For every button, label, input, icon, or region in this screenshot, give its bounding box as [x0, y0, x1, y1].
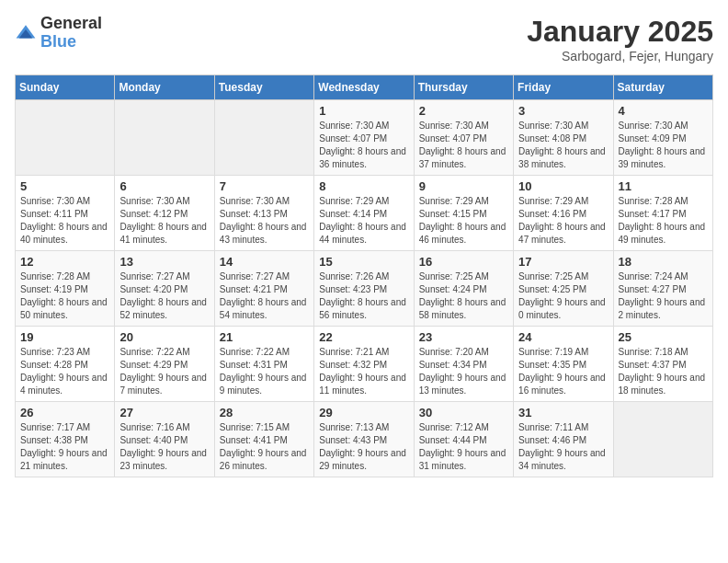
day-number: 11	[619, 179, 708, 193]
table-row: 22Sunrise: 7:21 AM Sunset: 4:32 PM Dayli…	[314, 327, 414, 402]
day-detail: Sunrise: 7:12 AM Sunset: 4:44 PM Dayligh…	[419, 421, 508, 473]
day-number: 12	[20, 255, 109, 269]
logo-blue-text: Blue	[40, 33, 102, 52]
day-detail: Sunrise: 7:15 AM Sunset: 4:41 PM Dayligh…	[220, 421, 309, 473]
logo: General Blue	[15, 15, 102, 52]
table-row: 13Sunrise: 7:27 AM Sunset: 4:20 PM Dayli…	[115, 251, 214, 327]
table-row: 7Sunrise: 7:30 AM Sunset: 4:13 PM Daylig…	[214, 176, 313, 251]
day-number: 19	[20, 330, 109, 344]
day-detail: Sunrise: 7:24 AM Sunset: 4:27 PM Dayligh…	[619, 270, 708, 322]
table-row: 2Sunrise: 7:30 AM Sunset: 4:07 PM Daylig…	[414, 100, 513, 176]
day-detail: Sunrise: 7:30 AM Sunset: 4:07 PM Dayligh…	[319, 120, 408, 171]
table-row: 24Sunrise: 7:19 AM Sunset: 4:35 PM Dayli…	[514, 327, 613, 402]
calendar-week-row: 19Sunrise: 7:23 AM Sunset: 4:28 PM Dayli…	[16, 327, 713, 402]
day-number: 8	[319, 179, 408, 193]
day-detail: Sunrise: 7:22 AM Sunset: 4:29 PM Dayligh…	[119, 346, 209, 397]
table-row: 21Sunrise: 7:22 AM Sunset: 4:31 PM Dayli…	[214, 327, 313, 402]
day-number: 29	[319, 406, 408, 419]
table-row: 31Sunrise: 7:11 AM Sunset: 4:46 PM Dayli…	[514, 402, 613, 477]
day-number: 1	[319, 104, 408, 118]
col-wednesday: Wednesday	[314, 75, 414, 100]
col-monday: Monday	[115, 75, 214, 100]
day-detail: Sunrise: 7:25 AM Sunset: 4:25 PM Dayligh…	[518, 270, 608, 322]
logo-icon	[15, 22, 37, 44]
table-row: 4Sunrise: 7:30 AM Sunset: 4:09 PM Daylig…	[613, 100, 712, 176]
day-number: 6	[119, 179, 209, 193]
table-row: 19Sunrise: 7:23 AM Sunset: 4:28 PM Dayli…	[16, 327, 115, 402]
day-detail: Sunrise: 7:29 AM Sunset: 4:14 PM Dayligh…	[319, 195, 408, 247]
day-detail: Sunrise: 7:28 AM Sunset: 4:17 PM Dayligh…	[619, 195, 708, 247]
day-detail: Sunrise: 7:30 AM Sunset: 4:11 PM Dayligh…	[20, 195, 109, 247]
calendar-week-row: 1Sunrise: 7:30 AM Sunset: 4:07 PM Daylig…	[16, 100, 713, 176]
col-sunday: Sunday	[16, 75, 115, 100]
table-row: 20Sunrise: 7:22 AM Sunset: 4:29 PM Dayli…	[115, 327, 214, 402]
day-number: 21	[220, 330, 309, 344]
logo-general-text: General	[40, 15, 102, 33]
table-row	[16, 100, 115, 176]
day-number: 20	[119, 330, 209, 344]
table-row: 5Sunrise: 7:30 AM Sunset: 4:11 PM Daylig…	[16, 176, 115, 251]
table-row: 3Sunrise: 7:30 AM Sunset: 4:08 PM Daylig…	[514, 100, 613, 176]
col-thursday: Thursday	[414, 75, 513, 100]
day-detail: Sunrise: 7:16 AM Sunset: 4:40 PM Dayligh…	[119, 421, 209, 473]
calendar-table: Sunday Monday Tuesday Wednesday Thursday…	[15, 75, 713, 477]
table-row: 30Sunrise: 7:12 AM Sunset: 4:44 PM Dayli…	[414, 402, 513, 477]
day-number: 7	[220, 179, 309, 193]
day-number: 30	[419, 406, 508, 419]
table-row: 6Sunrise: 7:30 AM Sunset: 4:12 PM Daylig…	[115, 176, 214, 251]
day-detail: Sunrise: 7:27 AM Sunset: 4:20 PM Dayligh…	[119, 270, 209, 322]
day-detail: Sunrise: 7:17 AM Sunset: 4:38 PM Dayligh…	[20, 421, 109, 473]
day-detail: Sunrise: 7:21 AM Sunset: 4:32 PM Dayligh…	[319, 346, 408, 397]
day-number: 10	[518, 179, 608, 193]
day-detail: Sunrise: 7:30 AM Sunset: 4:13 PM Dayligh…	[220, 195, 309, 247]
day-number: 22	[319, 330, 408, 344]
day-number: 26	[20, 406, 109, 419]
day-detail: Sunrise: 7:27 AM Sunset: 4:21 PM Dayligh…	[220, 270, 309, 322]
day-detail: Sunrise: 7:29 AM Sunset: 4:15 PM Dayligh…	[419, 195, 508, 247]
day-number: 17	[518, 255, 608, 269]
day-detail: Sunrise: 7:28 AM Sunset: 4:19 PM Dayligh…	[20, 270, 109, 322]
day-detail: Sunrise: 7:20 AM Sunset: 4:34 PM Dayligh…	[419, 346, 508, 397]
table-row: 27Sunrise: 7:16 AM Sunset: 4:40 PM Dayli…	[115, 402, 214, 477]
day-number: 27	[119, 406, 209, 419]
table-row: 16Sunrise: 7:25 AM Sunset: 4:24 PM Dayli…	[414, 251, 513, 327]
day-number: 23	[419, 330, 508, 344]
location-subtitle: Sarbogard, Fejer, Hungary	[527, 49, 713, 63]
table-row: 9Sunrise: 7:29 AM Sunset: 4:15 PM Daylig…	[414, 176, 513, 251]
day-number: 15	[319, 255, 408, 269]
day-number: 24	[518, 330, 608, 344]
day-detail: Sunrise: 7:30 AM Sunset: 4:09 PM Dayligh…	[619, 120, 708, 171]
table-row: 15Sunrise: 7:26 AM Sunset: 4:23 PM Dayli…	[314, 251, 414, 327]
day-number: 9	[419, 179, 508, 193]
table-row: 8Sunrise: 7:29 AM Sunset: 4:14 PM Daylig…	[314, 176, 414, 251]
day-detail: Sunrise: 7:23 AM Sunset: 4:28 PM Dayligh…	[20, 346, 109, 397]
table-row: 28Sunrise: 7:15 AM Sunset: 4:41 PM Dayli…	[214, 402, 313, 477]
calendar-week-row: 26Sunrise: 7:17 AM Sunset: 4:38 PM Dayli…	[16, 402, 713, 477]
table-row: 25Sunrise: 7:18 AM Sunset: 4:37 PM Dayli…	[613, 327, 712, 402]
day-detail: Sunrise: 7:26 AM Sunset: 4:23 PM Dayligh…	[319, 270, 408, 322]
table-row: 29Sunrise: 7:13 AM Sunset: 4:43 PM Dayli…	[314, 402, 414, 477]
calendar-body: 1Sunrise: 7:30 AM Sunset: 4:07 PM Daylig…	[16, 100, 713, 477]
day-number: 4	[619, 104, 708, 118]
calendar-header: Sunday Monday Tuesday Wednesday Thursday…	[16, 75, 713, 100]
col-tuesday: Tuesday	[214, 75, 313, 100]
day-detail: Sunrise: 7:30 AM Sunset: 4:08 PM Dayligh…	[518, 120, 608, 171]
col-friday: Friday	[514, 75, 613, 100]
day-number: 3	[518, 104, 608, 118]
header-row: Sunday Monday Tuesday Wednesday Thursday…	[16, 75, 713, 100]
title-block: January 2025 Sarbogard, Fejer, Hungary	[527, 15, 713, 63]
day-detail: Sunrise: 7:29 AM Sunset: 4:16 PM Dayligh…	[518, 195, 608, 247]
day-detail: Sunrise: 7:18 AM Sunset: 4:37 PM Dayligh…	[619, 346, 708, 397]
day-number: 5	[20, 179, 109, 193]
day-number: 31	[518, 406, 608, 419]
page-header: General Blue January 2025 Sarbogard, Fej…	[15, 15, 713, 63]
table-row: 11Sunrise: 7:28 AM Sunset: 4:17 PM Dayli…	[613, 176, 712, 251]
table-row: 17Sunrise: 7:25 AM Sunset: 4:25 PM Dayli…	[514, 251, 613, 327]
table-row: 12Sunrise: 7:28 AM Sunset: 4:19 PM Dayli…	[16, 251, 115, 327]
day-detail: Sunrise: 7:13 AM Sunset: 4:43 PM Dayligh…	[319, 421, 408, 473]
day-number: 14	[220, 255, 309, 269]
day-detail: Sunrise: 7:25 AM Sunset: 4:24 PM Dayligh…	[419, 270, 508, 322]
table-row	[115, 100, 214, 176]
day-detail: Sunrise: 7:19 AM Sunset: 4:35 PM Dayligh…	[518, 346, 608, 397]
calendar-week-row: 5Sunrise: 7:30 AM Sunset: 4:11 PM Daylig…	[16, 176, 713, 251]
